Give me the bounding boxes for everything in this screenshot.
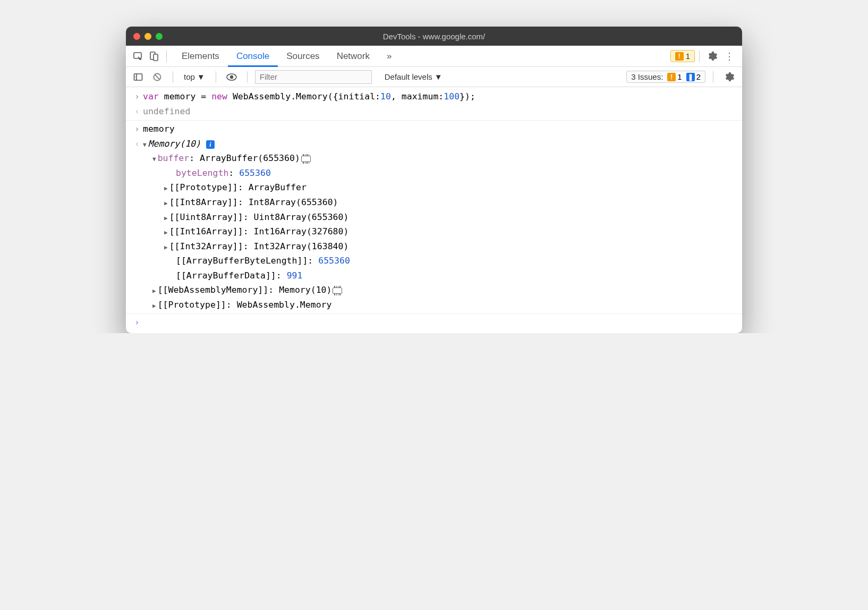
console-output-row: ‹ Memory(10) i <box>126 137 742 151</box>
undefined-result: undefined <box>143 105 737 118</box>
object-property-row: byteLength: 655360 <box>126 166 742 181</box>
console-output-row: ‹ undefined <box>126 104 742 121</box>
tab-elements[interactable]: Elements <box>173 46 228 67</box>
memory-object[interactable]: Memory(10) i <box>143 137 737 151</box>
chevron-down-icon: ▼ <box>435 72 442 81</box>
context-selector[interactable]: top ▼ <box>181 72 208 81</box>
console-body[interactable]: › var memory = new WebAssembly.Memory({i… <box>126 87 742 333</box>
info-icon[interactable]: i <box>206 140 215 149</box>
svg-rect-2 <box>154 54 158 61</box>
divider <box>216 71 216 83</box>
object-property-row[interactable]: [[Int16Array]]: Int16Array(327680) <box>126 224 742 239</box>
expand-toggle-icon[interactable] <box>164 243 168 252</box>
console-input-code: memory <box>143 122 737 136</box>
expand-toggle-icon[interactable] <box>152 301 156 310</box>
memory-inspector-icon[interactable] <box>333 287 342 294</box>
warning-icon: ! <box>667 73 676 81</box>
output-marker-icon: ‹ <box>131 105 143 118</box>
chevron-down-icon: ▼ <box>197 72 205 81</box>
tab-console[interactable]: Console <box>228 46 278 67</box>
toggle-sidebar-icon[interactable] <box>130 69 146 85</box>
more-options-icon[interactable]: ⋮ <box>721 50 738 62</box>
object-property-row[interactable]: [[WebAssemblyMemory]]: Memory(10) <box>126 283 742 298</box>
info-icon: ❚ <box>686 73 695 81</box>
console-input-code: var memory = new WebAssembly.Memory({ini… <box>143 90 737 104</box>
minimize-icon[interactable] <box>144 33 151 40</box>
levels-label: Default levels <box>385 72 432 81</box>
output-marker-icon: ‹ <box>131 137 143 151</box>
svg-point-6 <box>230 75 233 78</box>
prompt-marker-icon: › <box>131 316 143 329</box>
devtools-window: DevTools - www.google.com/ Elements Cons… <box>126 27 742 333</box>
settings-gear-icon[interactable] <box>704 51 721 62</box>
console-input-row: › memory <box>126 122 742 137</box>
maximize-icon[interactable] <box>156 33 163 40</box>
divider <box>173 71 173 83</box>
filter-input[interactable] <box>255 70 372 84</box>
tabs-overflow-icon[interactable]: » <box>378 46 400 67</box>
context-label: top <box>184 72 195 81</box>
log-levels-selector[interactable]: Default levels ▼ <box>385 72 442 81</box>
console-prompt-row[interactable]: › <box>126 315 742 330</box>
tab-network[interactable]: Network <box>328 46 378 67</box>
issues-warn-count: 1 <box>677 72 682 81</box>
input-marker-icon: › <box>131 90 143 104</box>
object-property-row[interactable]: buffer: ArrayBuffer(655360) <box>126 151 742 166</box>
warnings-badge[interactable]: ! 1 <box>670 50 695 62</box>
expand-toggle-icon[interactable] <box>152 286 156 295</box>
traffic-lights <box>133 33 163 40</box>
tab-sources[interactable]: Sources <box>278 46 328 67</box>
object-property-row[interactable]: [[Uint8Array]]: Uint8Array(655360) <box>126 210 742 225</box>
expand-toggle-icon[interactable] <box>164 228 168 237</box>
expand-toggle-icon[interactable] <box>164 199 168 208</box>
tabs-row: Elements Console Sources Network » ! 1 ⋮ <box>126 46 742 67</box>
object-property-row[interactable]: [[Prototype]]: ArrayBuffer <box>126 180 742 195</box>
warning-icon: ! <box>675 52 684 61</box>
expand-toggle-icon[interactable] <box>152 155 156 164</box>
expand-toggle-icon[interactable] <box>164 214 168 223</box>
expand-toggle-icon[interactable] <box>164 184 168 193</box>
memory-inspector-icon[interactable] <box>301 156 311 162</box>
divider <box>713 71 713 83</box>
warnings-count: 1 <box>686 52 690 61</box>
close-icon[interactable] <box>133 33 140 40</box>
console-settings-gear-icon[interactable] <box>721 72 738 82</box>
window-title: DevTools - www.google.com/ <box>126 32 742 41</box>
object-property-row: [[ArrayBufferByteLength]]: 655360 <box>126 253 742 268</box>
object-property-row[interactable]: [[Int32Array]]: Int32Array(163840) <box>126 239 742 254</box>
issues-box[interactable]: 3 Issues: ! 1 ❚ 2 <box>626 71 705 83</box>
divider <box>247 71 248 83</box>
device-toolbar-icon[interactable] <box>146 48 162 64</box>
inspect-element-icon[interactable] <box>130 48 146 64</box>
object-property-row: [[ArrayBufferData]]: 991 <box>126 268 742 283</box>
divider <box>166 50 167 62</box>
clear-console-icon[interactable] <box>149 69 165 85</box>
titlebar[interactable]: DevTools - www.google.com/ <box>126 27 742 46</box>
tabs: Elements Console Sources Network » <box>173 46 400 67</box>
issues-label: 3 Issues: <box>631 72 663 81</box>
console-toolbar: top ▼ Default levels ▼ 3 Issues: ! 1 ❚ 2 <box>126 67 742 87</box>
input-marker-icon: › <box>131 122 143 136</box>
svg-rect-0 <box>134 53 141 58</box>
console-input-row: › var memory = new WebAssembly.Memory({i… <box>126 89 742 104</box>
object-property-row[interactable]: [[Int8Array]]: Int8Array(655360) <box>126 195 742 210</box>
object-property-row[interactable]: [[Prototype]]: WebAssembly.Memory <box>126 298 742 315</box>
live-expression-icon[interactable] <box>224 69 240 85</box>
expand-toggle-icon[interactable] <box>143 140 147 149</box>
divider <box>699 50 700 62</box>
issues-info-count: 2 <box>696 72 701 81</box>
